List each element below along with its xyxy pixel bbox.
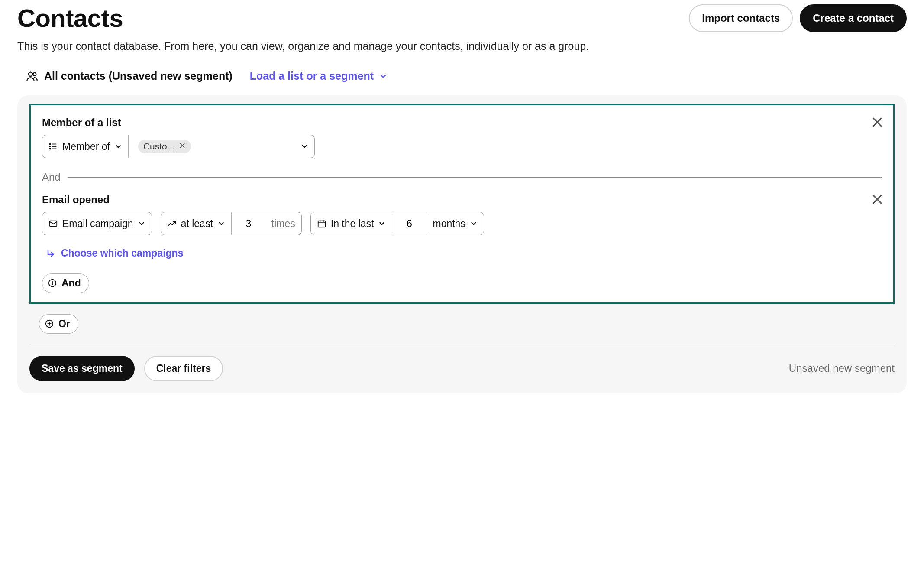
create-contact-button[interactable]: Create a contact bbox=[800, 4, 907, 32]
load-segment-link[interactable]: Load a list or a segment bbox=[250, 70, 388, 82]
count-comparator[interactable]: at least times bbox=[161, 212, 302, 235]
range-label: In the last bbox=[331, 218, 374, 230]
list-operator-label: Member of bbox=[62, 141, 110, 153]
svg-rect-15 bbox=[318, 221, 326, 228]
chevron-down-icon bbox=[138, 220, 145, 228]
add-or-label: Or bbox=[58, 318, 70, 330]
condition-title: Member of a list bbox=[42, 117, 882, 129]
contacts-page: Contacts Import contacts Create a contac… bbox=[0, 0, 924, 411]
chevron-down-icon bbox=[300, 143, 308, 150]
page-subtitle: This is your contact database. From here… bbox=[17, 40, 907, 52]
chevron-down-icon bbox=[470, 220, 478, 228]
load-segment-text: Load a list or a segment bbox=[250, 70, 374, 82]
page-header: Contacts Import contacts Create a contac… bbox=[17, 4, 907, 32]
remove-condition-button[interactable] bbox=[871, 116, 884, 129]
current-segment-text: All contacts (Unsaved new segment) bbox=[44, 70, 233, 82]
trend-up-icon bbox=[167, 219, 177, 228]
page-title: Contacts bbox=[17, 4, 123, 32]
chevron-down-icon bbox=[217, 220, 225, 228]
plus-circle-icon bbox=[45, 319, 54, 328]
chevron-down-icon bbox=[378, 220, 386, 228]
divider-line bbox=[68, 177, 882, 178]
calendar-icon bbox=[317, 219, 326, 228]
panel-divider bbox=[29, 345, 895, 345]
remove-condition-button[interactable] bbox=[871, 193, 884, 206]
email-campaign-select[interactable]: Email campaign bbox=[42, 212, 152, 235]
chip-remove-icon[interactable] bbox=[179, 142, 186, 151]
list-selector[interactable]: Member of Custo... bbox=[42, 135, 315, 158]
close-icon bbox=[871, 116, 884, 129]
range-value-input[interactable] bbox=[398, 218, 420, 230]
choose-campaigns-text: Choose which campaigns bbox=[61, 247, 183, 259]
and-label: And bbox=[42, 171, 61, 183]
date-range-select[interactable]: In the last months bbox=[310, 212, 484, 235]
selected-list-chip[interactable]: Custo... bbox=[138, 140, 191, 153]
list-icon bbox=[48, 142, 58, 151]
email-campaign-label: Email campaign bbox=[62, 218, 133, 230]
chevron-down-icon bbox=[379, 72, 388, 81]
and-divider: And bbox=[42, 171, 882, 183]
save-segment-button[interactable]: Save as segment bbox=[29, 356, 135, 381]
header-actions: Import contacts Create a contact bbox=[689, 4, 907, 32]
import-contacts-button[interactable]: Import contacts bbox=[689, 4, 793, 32]
count-value-input[interactable] bbox=[238, 218, 259, 230]
comparator-label: at least bbox=[181, 218, 213, 230]
mail-icon bbox=[48, 219, 58, 228]
choose-campaigns-link[interactable]: Choose which campaigns bbox=[42, 247, 183, 259]
condition-title: Email opened bbox=[42, 194, 882, 206]
segment-status-label: Unsaved new segment bbox=[789, 362, 895, 374]
contacts-icon bbox=[26, 70, 38, 82]
enter-arrow-icon bbox=[45, 248, 56, 259]
range-unit-label: months bbox=[433, 218, 465, 230]
svg-point-9 bbox=[50, 148, 51, 149]
clear-filters-button[interactable]: Clear filters bbox=[144, 356, 223, 381]
condition-member-of-list: Member of a list Member of bbox=[42, 117, 882, 158]
current-segment-label: All contacts (Unsaved new segment) bbox=[26, 70, 233, 82]
svg-point-7 bbox=[50, 143, 51, 144]
add-or-group-button[interactable]: Or bbox=[39, 314, 78, 334]
count-unit-label: times bbox=[265, 212, 301, 235]
chevron-down-icon bbox=[114, 143, 122, 150]
add-and-condition-button[interactable]: And bbox=[42, 273, 89, 293]
condition-email-opened: Email opened Email campaign bbox=[42, 194, 882, 261]
filter-panel: Member of a list Member of bbox=[17, 95, 907, 393]
filter-group: Member of a list Member of bbox=[29, 104, 895, 304]
svg-point-1 bbox=[33, 72, 36, 75]
add-and-label: And bbox=[61, 277, 81, 289]
chip-label: Custo... bbox=[143, 141, 174, 152]
plus-circle-icon bbox=[48, 278, 57, 288]
svg-point-0 bbox=[29, 72, 32, 76]
close-icon bbox=[871, 193, 884, 206]
panel-footer: Save as segment Clear filters Unsaved ne… bbox=[29, 356, 895, 381]
segment-bar: All contacts (Unsaved new segment) Load … bbox=[17, 70, 907, 82]
svg-point-8 bbox=[50, 146, 51, 147]
